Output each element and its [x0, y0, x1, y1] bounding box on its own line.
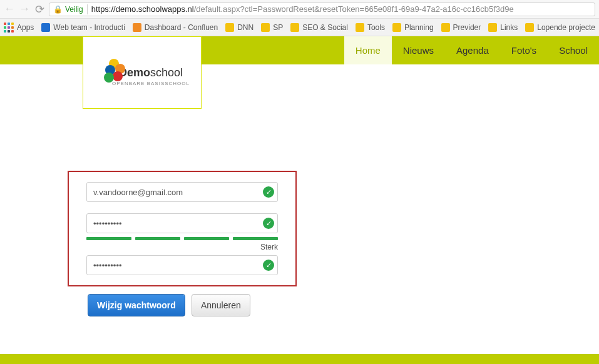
- bookmark-label: Links: [500, 23, 518, 32]
- bookmark-label: Planning: [404, 23, 434, 32]
- cancel-button[interactable]: Annuleren: [192, 294, 250, 316]
- bookmark-icon: [392, 23, 401, 32]
- url-host: demo.schoolwapps.nl: [116, 4, 194, 14]
- apps-label: Apps: [17, 23, 34, 32]
- check-icon: ✓: [263, 218, 274, 229]
- password-confirm-input[interactable]: [86, 255, 278, 275]
- bookmark-icon: [225, 23, 234, 32]
- password-strength-label: Sterk: [86, 243, 278, 251]
- form-actions: Wijzig wachtwoord Annuleren: [68, 294, 599, 316]
- bookmark-label: Web team - Introducti: [53, 23, 125, 32]
- bookmark-item[interactable]: Dashboard - Confluen: [133, 23, 218, 32]
- lock-icon: 🔒: [53, 5, 63, 14]
- check-icon: ✓: [263, 260, 274, 271]
- bookmark-label: Previder: [453, 23, 481, 32]
- bookmark-item[interactable]: Lopende projecte: [525, 23, 595, 32]
- bookmark-label: Tools: [367, 23, 385, 32]
- bookmark-item[interactable]: Web team - Introducti: [41, 23, 125, 32]
- nav-school[interactable]: School: [548, 36, 599, 64]
- bookmark-item[interactable]: Tools: [356, 23, 385, 32]
- password-input[interactable]: [86, 213, 278, 233]
- address-separator: [87, 4, 88, 14]
- nav-fotos[interactable]: Foto's: [500, 36, 548, 64]
- bookmark-icon: [441, 23, 450, 32]
- bookmark-item[interactable]: SEO & Social: [290, 23, 348, 32]
- main-nav: Home Nieuws Agenda Foto's School: [344, 36, 599, 64]
- email-input[interactable]: [86, 182, 278, 202]
- email-row: ✓: [86, 182, 278, 202]
- url-path: /default.aspx?ctl=PasswordReset&resetTok…: [194, 4, 514, 14]
- nav-agenda[interactable]: Agenda: [445, 36, 500, 64]
- bookmark-label: DNN: [237, 23, 253, 32]
- bookmark-item[interactable]: Links: [488, 23, 518, 32]
- password-reset-form: ✓ ✓ Sterk ✓: [68, 171, 297, 286]
- bookmark-label: SEO & Social: [302, 23, 348, 32]
- nav-nieuws[interactable]: Nieuws: [392, 36, 445, 64]
- reload-button[interactable]: ⟳: [34, 4, 45, 15]
- apps-button[interactable]: Apps: [4, 23, 34, 33]
- bookmark-item[interactable]: SP: [261, 23, 283, 32]
- bookmark-icon: [261, 23, 270, 32]
- nav-home[interactable]: Home: [344, 36, 392, 64]
- bookmark-label: SP: [273, 23, 283, 32]
- bookmark-icon: [41, 23, 50, 32]
- bookmark-label: Lopende projecte: [537, 23, 595, 32]
- check-icon: ✓: [263, 186, 274, 198]
- bookmark-icon: [356, 23, 364, 32]
- bookmark-label: Dashboard - Confluen: [145, 23, 218, 32]
- forward-button[interactable]: →: [19, 4, 30, 15]
- logo-title: Demoschool: [119, 66, 183, 79]
- submit-button[interactable]: Wijzig wachtwoord: [88, 294, 185, 316]
- site-header: Home Nieuws Agenda Foto's School Demosch…: [0, 36, 599, 64]
- browser-toolbar: ← → ⟳ 🔒 Veilig https:// demo.schoolwapps…: [0, 0, 599, 19]
- secure-label: Veilig: [65, 5, 83, 14]
- bookmark-icon: [525, 23, 534, 32]
- url-scheme: https://: [91, 4, 116, 14]
- back-button[interactable]: ←: [4, 4, 15, 15]
- bookmark-icon: [488, 23, 497, 32]
- bookmark-item[interactable]: Planning: [392, 23, 434, 32]
- password-strength-bar: [86, 237, 278, 240]
- apps-icon: [4, 23, 14, 33]
- bookmark-item[interactable]: DNN: [225, 23, 253, 32]
- bookmark-icon: [133, 23, 141, 32]
- footer-bar: [0, 354, 599, 364]
- password-row: ✓: [86, 213, 278, 233]
- password-confirm-row: ✓: [86, 255, 278, 275]
- bookmarks-bar: Apps Web team - Introducti Dashboard - C…: [0, 19, 599, 36]
- bookmark-item[interactable]: Previder: [441, 23, 481, 32]
- logo-card[interactable]: Demoschool OPENBARE BASISSCHOOL: [83, 36, 202, 109]
- address-bar[interactable]: 🔒 Veilig https:// demo.schoolwapps.nl /d…: [49, 3, 595, 16]
- bookmark-icon: [290, 23, 299, 32]
- logo-icon: [101, 59, 126, 84]
